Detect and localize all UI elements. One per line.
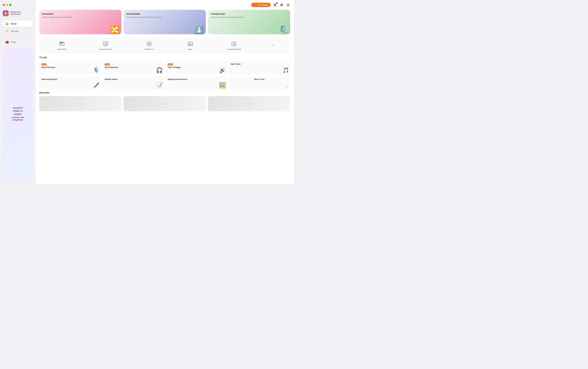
ai-card-voice-changer[interactable]: Free Voice Changer 🔊 bbox=[166, 61, 227, 75]
screen-recorder-icon bbox=[102, 40, 109, 47]
compressor-card[interactable]: Compressor Compress audio/video files wi… bbox=[208, 10, 290, 34]
ai-grid-row1: Free Noise Remover 🎙️ Free Vocal Remover… bbox=[39, 61, 290, 75]
tool-dvd-burner[interactable]: DVD Burner bbox=[143, 39, 156, 51]
downloader-3d-icon: ⬇️ bbox=[194, 25, 204, 34]
free-badge-vocal: Free bbox=[105, 63, 110, 66]
sidebar-item-home[interactable]: 🏠 Home bbox=[2, 20, 33, 27]
background-remover-title: Background Remover bbox=[168, 78, 225, 80]
video-editor-icon bbox=[58, 40, 65, 47]
ai-lab-title: AI Lab bbox=[39, 56, 290, 59]
dvd-burner-icon bbox=[146, 40, 153, 47]
tools-row: Video Editor Screen Recorder DVD Burner bbox=[39, 37, 290, 53]
home-icon: 🏠 bbox=[5, 22, 9, 25]
discover-title: Discover bbox=[39, 91, 290, 94]
user-icon[interactable]: 👤 bbox=[273, 3, 277, 7]
tools-more-arrow[interactable]: ›› bbox=[272, 43, 274, 47]
discover-card-1[interactable]: Preview bbox=[39, 96, 121, 111]
vocal-remover-title: Vocal Remover bbox=[105, 66, 162, 68]
see-pricing-label: See Pricing bbox=[258, 4, 268, 6]
traffic-lights bbox=[0, 2, 35, 9]
converter-title: Converter bbox=[42, 13, 119, 15]
tool-player[interactable]: Player bbox=[185, 39, 196, 51]
discover-section: Discover Preview Preview Preview bbox=[39, 91, 290, 111]
sidebar-banner: A powerful VIDEO & AUDIO converter and c… bbox=[2, 48, 33, 179]
player-icon bbox=[187, 40, 194, 47]
close-button[interactable] bbox=[3, 4, 5, 6]
ai-card-mp3-cutter[interactable]: Mp3 Cutter 🎵 bbox=[229, 61, 290, 75]
converter-card[interactable]: Converter Convert to and from more than … bbox=[39, 10, 121, 34]
compressor-title: Compressor bbox=[211, 13, 287, 15]
compressor-desc: Compress audio/video files without loss … bbox=[211, 16, 257, 18]
voice-changer-icon: 🔊 bbox=[219, 67, 226, 73]
downloader-desc: Download video and music from 10,000+ vi… bbox=[126, 16, 172, 18]
player-label: Player bbox=[188, 48, 192, 50]
main-content: 🛒 See Pricing 👤 🎁 🎧 Converter Convert to… bbox=[35, 0, 294, 184]
sidebar-divider bbox=[4, 36, 32, 37]
svg-rect-2 bbox=[103, 42, 108, 45]
noise-remover-title: Noise Remover bbox=[41, 66, 99, 68]
converter-icon-area: 🔀 bbox=[108, 15, 121, 34]
screen-recorder-label: Screen Recorder bbox=[99, 48, 112, 50]
ai-card-background-remover[interactable]: Background Remover 🖼️ bbox=[166, 76, 227, 90]
svg-point-3 bbox=[105, 43, 106, 44]
tools-icon: 🧰 bbox=[5, 41, 9, 44]
converter-3d-icon: 🔀 bbox=[110, 25, 120, 34]
ai-grid-row2: Watermark Editor 🖊️ Subtitle Editor 📝 Ba… bbox=[39, 76, 290, 90]
fix-media-icon bbox=[230, 40, 237, 47]
discover-card-3[interactable]: Preview bbox=[208, 96, 290, 111]
gift-icon[interactable]: 🎁 bbox=[279, 3, 284, 7]
mp3-cutter-icon: 🎵 bbox=[282, 67, 289, 73]
header: 🛒 See Pricing 👤 🎁 🎧 bbox=[39, 3, 290, 7]
free-badge-noise: Free bbox=[41, 63, 47, 66]
svg-point-6 bbox=[149, 44, 149, 44]
headset-icon[interactable]: 🎧 bbox=[286, 3, 290, 7]
noise-remover-icon: 🎙️ bbox=[93, 67, 100, 73]
sidebar-item-tools[interactable]: 🧰 Tools bbox=[2, 39, 33, 45]
tool-fix-media[interactable]: Fix Media Metadata bbox=[225, 39, 243, 51]
feature-cards: Converter Convert to and from more than … bbox=[39, 10, 290, 34]
maximize-button[interactable] bbox=[9, 4, 11, 6]
video-editor-label: Video Editor bbox=[57, 48, 66, 50]
voice-changer-title: Voice Changer bbox=[168, 66, 225, 68]
see-pricing-button[interactable]: 🛒 See Pricing bbox=[251, 3, 271, 7]
logo-icon: ▶ bbox=[3, 10, 9, 16]
dvd-burner-label: DVD Burner bbox=[145, 48, 154, 50]
app-logo: ▶ Wondershare UniConverter bbox=[0, 9, 35, 20]
mp3-cutter-title: Mp3 Cutter bbox=[231, 63, 288, 65]
vocal-remover-icon: 🎧 bbox=[156, 67, 163, 73]
sidebar-item-myfiles[interactable]: 📁 My Files bbox=[2, 28, 33, 35]
discover-card-2[interactable]: Preview bbox=[124, 96, 206, 111]
cart-icon: 🛒 bbox=[254, 4, 256, 6]
compressor-icon-area: 🗜️ bbox=[277, 15, 290, 34]
sidebar-item-tools-label: Tools bbox=[11, 41, 16, 43]
tool-video-editor[interactable]: Video Editor bbox=[55, 39, 69, 51]
compressor-3d-icon: 🗜️ bbox=[279, 25, 288, 34]
ai-card-noise-remover[interactable]: Free Noise Remover 🎙️ bbox=[39, 61, 101, 75]
ai-card-watermark-editor[interactable]: Watermark Editor 🖊️ bbox=[39, 76, 101, 90]
downloader-title: Downloader bbox=[126, 13, 203, 15]
ai-lab-section: AI Lab Free Noise Remover 🎙️ Free Vocal … bbox=[39, 56, 290, 90]
subtitle-editor-title: Subtitle Editor bbox=[105, 78, 162, 80]
watermark-editor-icon: 🖊️ bbox=[93, 82, 100, 89]
discover-cards: Preview Preview Preview bbox=[39, 96, 290, 111]
fix-media-label: Fix Media Metadata bbox=[227, 48, 241, 50]
tool-screen-recorder[interactable]: Screen Recorder bbox=[97, 39, 114, 51]
downloader-card[interactable]: Downloader Download video and music from… bbox=[124, 10, 206, 34]
background-remover-icon: 🖼️ bbox=[219, 82, 226, 89]
more-tools-arrow: ›› bbox=[286, 86, 288, 89]
sidebar: ▶ Wondershare UniConverter 🏠 Home 📁 My F… bbox=[0, 0, 35, 184]
folder-icon: 📁 bbox=[5, 30, 9, 33]
banner-text: A powerful VIDEO & AUDIO converter and c… bbox=[11, 107, 24, 122]
minimize-button[interactable] bbox=[6, 4, 8, 6]
notification-dot bbox=[276, 2, 277, 4]
ai-card-subtitle-editor[interactable]: Subtitle Editor 📝 bbox=[102, 76, 164, 90]
svg-point-1 bbox=[60, 42, 60, 43]
sidebar-item-home-label: Home bbox=[11, 23, 17, 25]
subtitle-editor-icon: 📝 bbox=[156, 82, 163, 89]
converter-desc: Convert to and from more than 1,000 form… bbox=[42, 16, 88, 18]
ai-card-vocal-remover[interactable]: Free Vocal Remover 🎧 bbox=[102, 61, 164, 75]
watermark-editor-title: Watermark Editor bbox=[41, 78, 99, 80]
more-tools-title: More Tools bbox=[255, 78, 265, 80]
free-badge-voice: Free bbox=[168, 63, 173, 66]
ai-card-more-tools[interactable]: More Tools ›› bbox=[229, 76, 290, 90]
